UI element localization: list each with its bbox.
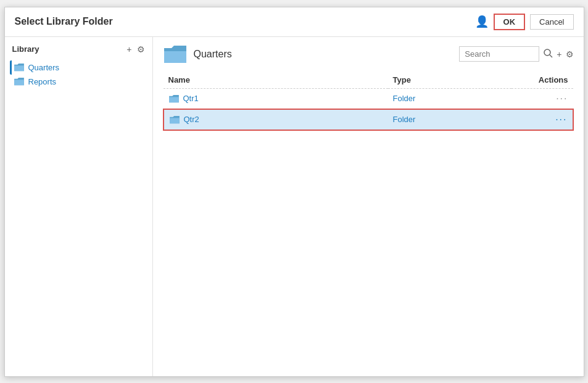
sidebar-item-reports-label: Reports [28, 77, 57, 86]
main-folder-icon [163, 44, 188, 64]
sidebar-item-quarters[interactable]: Quarters [10, 60, 147, 75]
ok-button[interactable]: OK [494, 14, 526, 30]
sidebar-gear-button[interactable]: ⚙ [137, 44, 145, 54]
cell-type-qtr2: Folder [388, 109, 511, 130]
main-add-button[interactable]: + [557, 49, 561, 59]
sidebar: Library + ⚙ Quarters Rep [5, 37, 153, 376]
cell-type-qtr1: Folder [388, 88, 511, 109]
folder-icon-reports [14, 77, 25, 86]
content-header-left: Quarters [163, 44, 232, 64]
svg-point-0 [544, 49, 550, 56]
sidebar-item-quarters-label: Quarters [28, 63, 60, 72]
dialog-title: Select Library Folder [15, 16, 113, 27]
dialog-body: Library + ⚙ Quarters Rep [5, 37, 584, 376]
table-area: Name Type Actions [163, 72, 574, 369]
table-header-row: Name Type Actions [164, 72, 573, 89]
col-header-name: Name [164, 72, 388, 89]
folder-icon-qtr2 [169, 115, 180, 124]
content-header-right: + ⚙ [459, 46, 573, 62]
col-header-actions: Actions [511, 72, 573, 89]
svg-line-1 [550, 55, 552, 57]
search-button[interactable] [543, 48, 553, 60]
sidebar-item-reports[interactable]: Reports [10, 75, 147, 89]
sidebar-title: Library [12, 44, 39, 54]
search-input[interactable] [459, 46, 539, 62]
search-icon [543, 48, 553, 58]
col-header-type: Type [388, 72, 511, 89]
select-library-folder-dialog: Select Library Folder 👤 OK Cancel Librar… [4, 7, 584, 377]
dialog-header: Select Library Folder 👤 OK Cancel [5, 7, 584, 37]
folders-table: Name Type Actions [163, 72, 574, 131]
main-gear-button[interactable]: ⚙ [566, 49, 574, 59]
sidebar-add-button[interactable]: + [126, 44, 131, 54]
content-header: Quarters + ⚙ [163, 44, 574, 64]
main-content: Quarters + ⚙ [153, 37, 584, 376]
cell-name-qtr1: Qtr1 [168, 94, 383, 103]
cell-actions-qtr2[interactable]: ··· [511, 109, 573, 130]
cancel-button[interactable]: Cancel [530, 14, 573, 30]
folder-icon-qtr1 [168, 94, 180, 103]
user-icon: 👤 [475, 15, 489, 28]
sidebar-icons: + ⚙ [126, 44, 144, 54]
table-row[interactable]: Qtr1 Folder ··· [164, 88, 573, 109]
header-actions: 👤 OK Cancel [475, 14, 574, 30]
cell-name-qtr2: Qtr2 [169, 115, 383, 124]
table-row[interactable]: Qtr2 Folder ··· [164, 109, 573, 130]
folder-icon-quarters [14, 63, 25, 72]
cell-actions-qtr1[interactable]: ··· [511, 88, 573, 109]
content-folder-name: Quarters [194, 49, 232, 60]
sidebar-header: Library + ⚙ [10, 44, 147, 54]
